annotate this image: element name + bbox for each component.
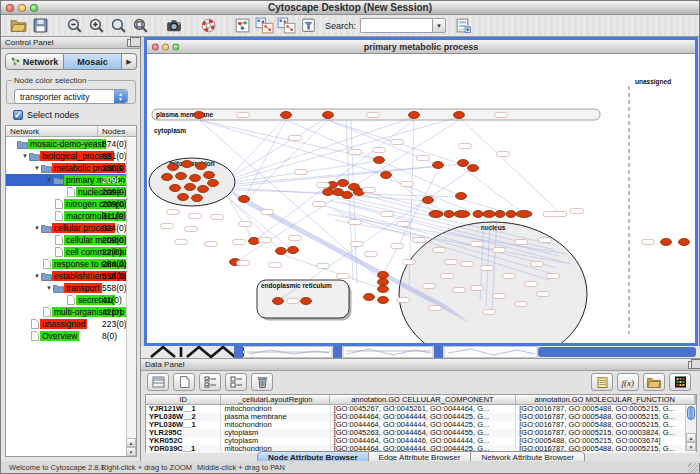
network-node[interactable] bbox=[170, 185, 181, 192]
network-node[interactable] bbox=[162, 174, 173, 181]
network-node[interactable] bbox=[281, 112, 292, 119]
network-node[interactable] bbox=[468, 165, 479, 172]
zoom-fit-button[interactable] bbox=[129, 16, 151, 36]
tree-row[interactable]: ▼primary metabo209(.. bbox=[6, 174, 136, 186]
help-button[interactable] bbox=[197, 16, 219, 36]
network-node[interactable] bbox=[516, 211, 532, 218]
network-node[interactable] bbox=[176, 173, 187, 180]
network-node[interactable] bbox=[323, 112, 334, 119]
table-column-header[interactable]: annotation.GO CELLULAR_COMPONENT bbox=[330, 395, 515, 404]
zoom-actual-button[interactable] bbox=[107, 16, 129, 36]
table-scrollbar[interactable]: ▲ ▼ bbox=[685, 405, 696, 451]
zoom-in-button[interactable] bbox=[85, 16, 107, 36]
network-node[interactable] bbox=[429, 211, 443, 218]
tree-row[interactable]: mosaic-demo-yeast874(0) bbox=[6, 138, 136, 150]
table-column-header[interactable]: _cellularLayoutRegion bbox=[221, 395, 330, 404]
tree-row[interactable]: secretion41(0) bbox=[6, 294, 136, 306]
table-column-header[interactable]: ID bbox=[146, 395, 221, 404]
network-node[interactable] bbox=[273, 298, 284, 305]
network-node[interactable] bbox=[194, 112, 205, 119]
zoom-out-button[interactable] bbox=[63, 16, 85, 36]
network-node[interactable] bbox=[506, 211, 516, 218]
network-node[interactable] bbox=[374, 157, 385, 164]
network-node[interactable] bbox=[661, 239, 672, 246]
network-node[interactable] bbox=[454, 211, 470, 218]
expander-icon[interactable]: ▼ bbox=[45, 285, 53, 291]
formula-builder-button[interactable]: f(x) bbox=[617, 373, 639, 391]
tree-row[interactable]: ▼biological_process651(0) bbox=[6, 150, 136, 162]
network-node[interactable] bbox=[198, 186, 209, 193]
attribute-batch-button[interactable] bbox=[452, 16, 474, 36]
resize-grip[interactable] bbox=[688, 463, 698, 473]
network-node[interactable] bbox=[409, 112, 420, 119]
tree-row[interactable]: multi-organism pro42(0) bbox=[6, 306, 136, 318]
network-node[interactable] bbox=[381, 172, 392, 179]
tree-row[interactable]: cellular metabo209(0) bbox=[6, 234, 136, 246]
search-input[interactable] bbox=[360, 18, 432, 33]
network-node[interactable] bbox=[249, 238, 260, 245]
network-node[interactable] bbox=[192, 195, 203, 202]
network-node[interactable] bbox=[378, 279, 389, 286]
network-node[interactable] bbox=[342, 192, 353, 199]
network-node[interactable] bbox=[185, 184, 196, 191]
network-node[interactable] bbox=[204, 172, 215, 179]
float-data-panel-icon[interactable] bbox=[688, 361, 697, 369]
network-node[interactable] bbox=[458, 160, 469, 167]
table-row[interactable]: YPL036W__1mitochondrion[GO:0044464, GO:0… bbox=[146, 421, 696, 429]
select-nodes-checkbox[interactable]: ✓ bbox=[13, 110, 23, 120]
float-panel-icon[interactable] bbox=[127, 39, 136, 47]
expander-icon[interactable]: ▼ bbox=[33, 225, 41, 231]
network-node[interactable] bbox=[190, 175, 201, 182]
network-node[interactable] bbox=[338, 180, 349, 187]
network-node[interactable] bbox=[456, 193, 467, 200]
network-node[interactable] bbox=[679, 239, 690, 246]
network-node[interactable] bbox=[364, 294, 375, 301]
expander-icon[interactable]: ▼ bbox=[33, 165, 41, 171]
table-row[interactable]: YKR052Ccytoplasm[GO:0044464, GO:0044446,… bbox=[146, 437, 696, 445]
network-node[interactable] bbox=[182, 161, 193, 168]
network-node[interactable] bbox=[239, 196, 250, 203]
network-node[interactable] bbox=[196, 163, 207, 170]
open-attributes-button[interactable] bbox=[643, 373, 665, 391]
table-scroll-down-icon[interactable]: ▼ bbox=[686, 442, 696, 451]
network-node[interactable] bbox=[483, 211, 495, 218]
table-row[interactable]: YJR121W__1mitochondrion[GO:0045267, GO:0… bbox=[146, 405, 696, 413]
expander-icon[interactable]: ▼ bbox=[45, 177, 53, 183]
filter-button[interactable] bbox=[297, 16, 319, 36]
network-canvas[interactable]: plasma membranecytoplasmmitochondrionnuc… bbox=[147, 54, 695, 343]
column-layout-button[interactable] bbox=[147, 373, 169, 391]
unselect-attributes-button[interactable] bbox=[225, 373, 247, 391]
tree-scroll-up-icon[interactable]: ▲ bbox=[126, 438, 136, 447]
network-node[interactable] bbox=[208, 180, 219, 187]
expander-icon[interactable]: ▼ bbox=[21, 153, 29, 159]
vizmapper-button[interactable] bbox=[231, 16, 253, 36]
network-node[interactable] bbox=[276, 248, 287, 255]
open-session-button[interactable] bbox=[7, 16, 29, 36]
network-node[interactable] bbox=[433, 162, 444, 169]
search-dropdown-button[interactable]: ▼ bbox=[432, 18, 446, 33]
table-column-header[interactable]: annotation.GO MOLECULAR_FUNCTION bbox=[516, 395, 695, 404]
tree-row[interactable]: macromolecule311(0) bbox=[6, 210, 136, 222]
tree-row[interactable]: response to stimulu264(0) bbox=[6, 258, 136, 270]
tree-scroll-down-icon[interactable]: ▼ bbox=[126, 447, 136, 456]
tree-row[interactable]: nitrogen compo209(0) bbox=[6, 198, 136, 210]
network-node[interactable] bbox=[473, 211, 483, 218]
tabs-overflow-button[interactable]: ▶ bbox=[122, 53, 137, 70]
tree-row[interactable]: ▼transport558(0) bbox=[6, 282, 136, 294]
tree-row[interactable]: ▼establishment of lo558(0) bbox=[6, 270, 136, 282]
network-node[interactable] bbox=[178, 194, 189, 201]
table-row[interactable]: YLR295Ccytoplasm[GO:0045263, GO:0044464,… bbox=[146, 429, 696, 437]
network-node[interactable] bbox=[378, 272, 389, 279]
network-node[interactable] bbox=[444, 211, 454, 218]
network-node[interactable] bbox=[423, 197, 434, 204]
heatmap-button[interactable] bbox=[669, 373, 691, 391]
merge-networks-b-button[interactable] bbox=[275, 16, 297, 36]
node-color-combobox[interactable]: transporter activity ▲▼ bbox=[14, 89, 128, 104]
network-node[interactable] bbox=[454, 112, 465, 119]
network-node[interactable] bbox=[495, 211, 505, 218]
tree-row[interactable]: cell communicat22(0) bbox=[6, 246, 136, 258]
delete-attribute-button[interactable] bbox=[251, 373, 273, 391]
merge-networks-a-button[interactable] bbox=[253, 16, 275, 36]
network-node[interactable] bbox=[168, 164, 179, 171]
network-node[interactable] bbox=[301, 298, 312, 305]
